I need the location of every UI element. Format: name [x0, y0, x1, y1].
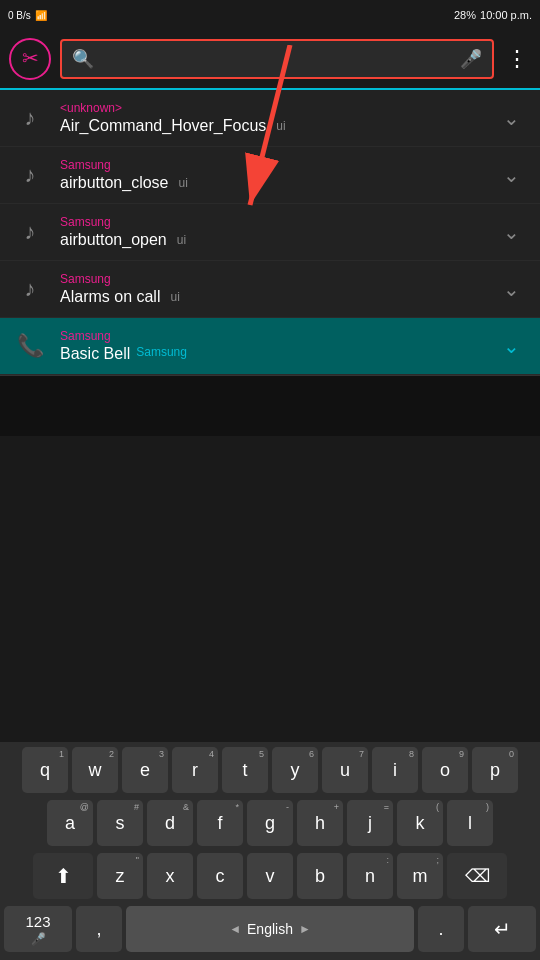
key-backspace[interactable]: ⌫ [447, 853, 507, 899]
song-icon-4: ♪ [12, 271, 48, 307]
key-c[interactable]: c [197, 853, 243, 899]
key-f[interactable]: *f [197, 800, 243, 846]
key-return[interactable]: ↵ [468, 906, 536, 952]
lang-arrow-right: ► [299, 922, 311, 936]
key-123[interactable]: 123 🎤 [4, 906, 72, 952]
song-icon-1: ♪ [12, 100, 48, 136]
song-info-5: Samsung Basic Bell Samsung [60, 329, 495, 363]
key-b[interactable]: b [297, 853, 343, 899]
search-box[interactable]: 🔍 🎤 [60, 39, 494, 79]
phone-icon-5: 📞 [17, 333, 44, 359]
song-type-3: ui [177, 233, 186, 247]
song-icon-3: ♪ [12, 214, 48, 250]
keyboard: 1q 2w 3e 4r 5t 6y 7u 8i 9o 0p @a #s &d *… [0, 742, 540, 960]
key-k[interactable]: (k [397, 800, 443, 846]
top-bar: ✂ 🔍 🎤 ⋮ [0, 30, 540, 90]
song-name-1: Air_Command_Hover_Focus [60, 117, 266, 135]
key-g[interactable]: -g [247, 800, 293, 846]
key-period[interactable]: . [418, 906, 464, 952]
status-icons: 📶 [35, 10, 47, 21]
key-x[interactable]: x [147, 853, 193, 899]
expand-btn-1[interactable]: ⌄ [495, 102, 528, 134]
song-info-3: Samsung airbutton_open ui [60, 215, 495, 249]
key-d[interactable]: &d [147, 800, 193, 846]
key-shift[interactable]: ⬆ [33, 853, 93, 899]
data-speed: 0 B/s [8, 10, 31, 21]
note-icon-2: ♪ [25, 162, 36, 188]
lang-arrow-left: ◄ [229, 922, 241, 936]
song-source-4: Samsung [60, 272, 495, 286]
song-source-2: Samsung [60, 158, 495, 172]
song-type-2: ui [179, 176, 188, 190]
search-icon: 🔍 [72, 48, 94, 70]
key-123-label: 123 [25, 913, 50, 930]
lang-label: English [247, 921, 293, 937]
expand-btn-4[interactable]: ⌄ [495, 273, 528, 305]
app-logo: ✂ [8, 37, 52, 81]
song-list: ♪ <unknown> Air_Command_Hover_Focus ui ⌄… [0, 90, 540, 376]
note-icon-3: ♪ [25, 219, 36, 245]
expand-btn-3[interactable]: ⌄ [495, 216, 528, 248]
expand-btn-2[interactable]: ⌄ [495, 159, 528, 191]
song-item-5[interactable]: 📞 Samsung Basic Bell Samsung ⌄ [0, 318, 540, 375]
song-name-4: Alarms on call [60, 288, 160, 306]
spacer [0, 376, 540, 436]
status-bar: 0 B/s 📶 28% 10:00 p.m. [0, 0, 540, 30]
overflow-menu-button[interactable]: ⋮ [502, 42, 532, 76]
key-i[interactable]: 8i [372, 747, 418, 793]
key-e[interactable]: 3e [122, 747, 168, 793]
key-mic-small: 🎤 [31, 932, 46, 946]
key-w[interactable]: 2w [72, 747, 118, 793]
key-m[interactable]: ;m [397, 853, 443, 899]
key-row-1: 1q 2w 3e 4r 5t 6y 7u 8i 9o 0p [0, 742, 540, 795]
song-info-2: Samsung airbutton_close ui [60, 158, 495, 192]
key-u[interactable]: 7u [322, 747, 368, 793]
note-icon-4: ♪ [25, 276, 36, 302]
song-item-4[interactable]: ♪ Samsung Alarms on call ui ⌄ [0, 261, 540, 318]
song-type-1: ui [276, 119, 285, 133]
song-icon-5: 📞 [12, 328, 48, 364]
song-name-3: airbutton_open [60, 231, 167, 249]
key-row-3: ⬆ "z x c v b :n ;m ⌫ [0, 848, 540, 901]
song-tag-5: Samsung [136, 345, 187, 359]
song-info-4: Samsung Alarms on call ui [60, 272, 495, 306]
key-v[interactable]: v [247, 853, 293, 899]
key-t[interactable]: 5t [222, 747, 268, 793]
song-item-3[interactable]: ♪ Samsung airbutton_open ui ⌄ [0, 204, 540, 261]
status-left: 0 B/s 📶 [8, 10, 47, 21]
key-s[interactable]: #s [97, 800, 143, 846]
key-r[interactable]: 4r [172, 747, 218, 793]
key-y[interactable]: 6y [272, 747, 318, 793]
key-comma[interactable]: , [76, 906, 122, 952]
key-q[interactable]: 1q [22, 747, 68, 793]
song-name-2: airbutton_close [60, 174, 169, 192]
time: 10:00 p.m. [480, 9, 532, 21]
song-source-3: Samsung [60, 215, 495, 229]
key-l[interactable]: )l [447, 800, 493, 846]
svg-text:✂: ✂ [22, 47, 39, 69]
expand-btn-5[interactable]: ⌄ [495, 330, 528, 362]
key-o[interactable]: 9o [422, 747, 468, 793]
song-name-5: Basic Bell [60, 345, 130, 363]
status-right: 28% 10:00 p.m. [454, 9, 532, 21]
song-source-1: <unknown> [60, 101, 495, 115]
song-item-1[interactable]: ♪ <unknown> Air_Command_Hover_Focus ui ⌄ [0, 90, 540, 147]
battery: 28% [454, 9, 476, 21]
key-z[interactable]: "z [97, 853, 143, 899]
song-source-5: Samsung [60, 329, 495, 343]
mic-icon[interactable]: 🎤 [460, 48, 482, 70]
key-row-bottom: 123 🎤 , ◄ English ► . ↵ [0, 901, 540, 960]
key-j[interactable]: =j [347, 800, 393, 846]
song-type-4: ui [170, 290, 179, 304]
key-row-2: @a #s &d *f -g +h =j (k )l [0, 795, 540, 848]
key-p[interactable]: 0p [472, 747, 518, 793]
note-icon-1: ♪ [25, 105, 36, 131]
key-language[interactable]: ◄ English ► [126, 906, 414, 952]
search-input[interactable] [102, 50, 452, 68]
song-item-2[interactable]: ♪ Samsung airbutton_close ui ⌄ [0, 147, 540, 204]
song-info-1: <unknown> Air_Command_Hover_Focus ui [60, 101, 495, 135]
key-n[interactable]: :n [347, 853, 393, 899]
song-icon-2: ♪ [12, 157, 48, 193]
key-a[interactable]: @a [47, 800, 93, 846]
key-h[interactable]: +h [297, 800, 343, 846]
